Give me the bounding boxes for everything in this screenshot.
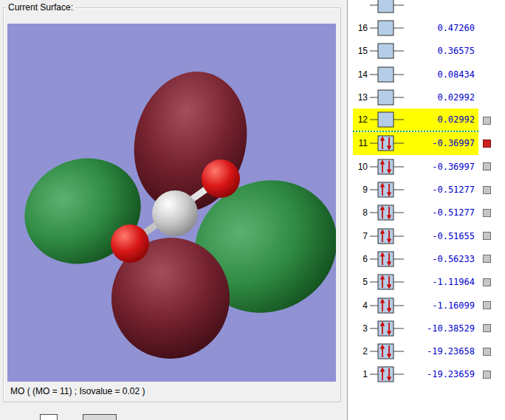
orbital-level-icon	[370, 41, 404, 61]
mo-surface-viewport[interactable]	[7, 24, 336, 382]
orbital-energy: 0.02992	[404, 114, 478, 125]
orbital-select-checkbox[interactable]	[483, 232, 491, 240]
orbital-row-content: 4 -1.16099	[353, 294, 478, 317]
orbital-row-content: 9 -0.51277	[353, 178, 478, 201]
orbital-row[interactable]: 14 0.08434	[348, 63, 505, 86]
orbital-row-content: 16 0.47260	[353, 16, 478, 39]
orbital-row[interactable]: 15 0.36575	[348, 40, 505, 63]
orbital-row[interactable]: 16 0.47260	[348, 16, 505, 39]
orbital-row[interactable]: 11 -0.36997	[348, 132, 505, 155]
orbital-row[interactable]: 8 -0.51277	[348, 202, 505, 224]
orbital-box	[378, 0, 394, 13]
orbital-box	[378, 275, 394, 289]
orbital-energy: -10.38529	[404, 323, 478, 334]
orbital-energy: -0.51277	[404, 185, 478, 195]
orbital-box	[378, 112, 394, 127]
orbital-box	[378, 159, 394, 174]
orbital-number: 4	[353, 300, 368, 311]
orbital-energy: -1.16099	[404, 300, 478, 311]
orbital-energy: -19.23658	[404, 346, 478, 357]
orbital-level-icon	[370, 203, 404, 222]
orbital-select-checkbox[interactable]	[483, 348, 491, 356]
orbital-energy: -0.51655	[404, 231, 478, 241]
orbital-box	[378, 182, 394, 197]
orbital-select-checkbox[interactable]	[483, 117, 491, 125]
orbital-level-icon	[370, 227, 404, 246]
orbital-select-checkbox[interactable]	[483, 140, 491, 148]
orbital-number: 7	[353, 231, 368, 241]
orbital-row-content: 3 -10.38529	[353, 317, 478, 340]
orbital-energy: 0.47260	[404, 23, 478, 33]
orbital-level-icon	[370, 18, 404, 38]
orbital-box	[378, 252, 394, 266]
orbital-energy: -19.23659	[404, 369, 478, 379]
orbital-number: 9	[353, 185, 368, 195]
molecule-render	[7, 24, 336, 382]
orbital-row-content: 10 -0.36997	[353, 155, 478, 178]
orbital-energy: 0.36575	[404, 46, 478, 56]
orbital-box	[378, 67, 394, 82]
app-window: Current Surface:	[0, 0, 505, 420]
orbital-select-checkbox[interactable]	[483, 255, 491, 263]
atom-oxygen-upper	[202, 159, 240, 198]
orbital-row-content: 2 -19.23658	[353, 340, 478, 362]
orbital-number: 1	[353, 369, 368, 379]
orbital-box	[378, 44, 394, 58]
orbital-box	[378, 367, 394, 382]
orbital-row[interactable]: 4 -1.16099	[348, 294, 505, 317]
orbital-row[interactable]: 5 -1.11964	[348, 271, 505, 294]
bottom-partial-control-1[interactable]	[40, 414, 58, 420]
orbital-row-content: 14 0.08434	[353, 63, 478, 86]
atom-oxygen-lower	[111, 224, 149, 263]
orbital-number: 12	[353, 114, 368, 125]
orbital-box	[378, 229, 394, 244]
orbital-box	[378, 136, 394, 151]
orbital-select-checkbox[interactable]	[483, 301, 491, 309]
orbital-row-content	[353, 0, 478, 16]
orbital-number: 6	[353, 254, 368, 264]
orbital-row-content: 8 -0.51277	[353, 202, 478, 224]
orbital-box	[378, 321, 394, 336]
orbital-level-icon	[370, 65, 404, 84]
orbital-level-icon	[370, 342, 404, 361]
orbital-number: 8	[353, 207, 368, 218]
orbital-row-content: 5 -1.11964	[353, 271, 478, 294]
orbital-row[interactable]: 12 0.02992	[348, 109, 505, 131]
orbital-row[interactable]: 2 -19.23658	[348, 340, 505, 362]
orbital-select-checkbox[interactable]	[483, 278, 491, 286]
orbital-number: 10	[353, 162, 368, 172]
orbital-row[interactable]: 9 -0.51277	[348, 178, 505, 201]
bottom-partial-control-2[interactable]	[83, 414, 117, 420]
orbital-row[interactable]: 7 -0.51655	[348, 224, 505, 247]
orbital-level-icon	[370, 319, 404, 338]
orbital-row-content: 1 -19.23659	[353, 363, 478, 386]
orbital-box	[378, 90, 394, 105]
orbital-level-icon	[370, 157, 404, 176]
orbital-box	[378, 344, 394, 359]
orbital-level-icon	[370, 180, 404, 199]
orbital-row[interactable]: 1 -19.23659	[348, 363, 505, 386]
orbital-row[interactable]: 13 0.02992	[348, 86, 505, 109]
orbital-row-content: 6 -0.56233	[353, 247, 478, 270]
orbital-row[interactable]: 10 -0.36997	[348, 155, 505, 178]
orbital-select-checkbox[interactable]	[483, 371, 491, 379]
orbital-row-content: 11 -0.36997	[353, 132, 478, 155]
orbital-energy: -0.36997	[404, 138, 478, 148]
orbital-select-checkbox[interactable]	[483, 324, 491, 332]
orbital-box	[378, 205, 394, 220]
orbital-box	[378, 298, 394, 313]
orbital-select-checkbox[interactable]	[483, 162, 491, 171]
orbital-row[interactable]	[348, 0, 505, 16]
orbital-row-content: 7 -0.51655	[353, 224, 478, 247]
orbital-select-checkbox[interactable]	[483, 209, 491, 217]
orbital-level-icon	[370, 249, 404, 269]
orbital-select-checkbox[interactable]	[483, 186, 491, 194]
orbital-row-content: 12 0.02992	[353, 109, 478, 131]
orbital-row[interactable]: 3 -10.38529	[348, 317, 505, 340]
orbital-row[interactable]: 6 -0.56233	[348, 247, 505, 270]
current-surface-label: Current Surface:	[6, 2, 75, 13]
orbital-level-icon	[370, 365, 404, 384]
orbital-rows: 16 0.47260 15	[348, 0, 505, 386]
orbital-level-icon	[370, 110, 404, 129]
surface-caption: MO ( (MO = 11) ; Isovalue = 0.02 )	[10, 386, 145, 396]
